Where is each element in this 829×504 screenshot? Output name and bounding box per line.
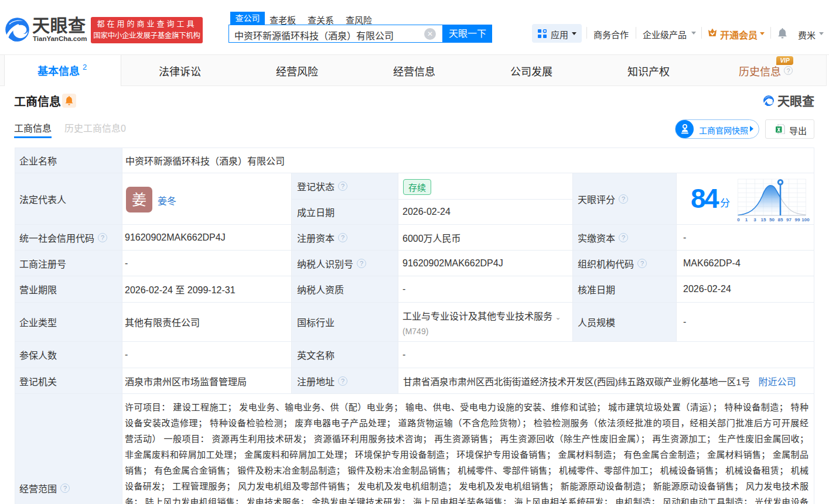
- svg-text:3: 3: [753, 217, 756, 222]
- svg-text:50: 50: [769, 217, 775, 222]
- svg-text:97: 97: [786, 217, 792, 222]
- svg-text:1: 1: [745, 217, 748, 222]
- svg-text:99: 99: [795, 217, 800, 222]
- svg-text:0: 0: [737, 217, 740, 222]
- svg-text:15: 15: [761, 217, 766, 222]
- svg-text:85: 85: [778, 217, 783, 222]
- svg-text:100: 100: [801, 217, 810, 222]
